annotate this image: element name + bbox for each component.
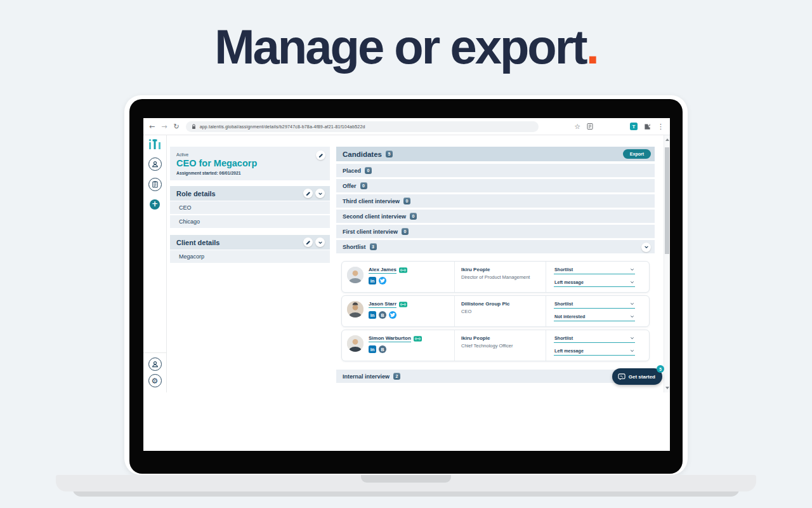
status-select[interactable]: Not interested: [554, 312, 635, 321]
edit-role-button[interactable]: [303, 189, 313, 198]
app-viewport: + ⚙ Active CEO for Megacorp Assi: [143, 135, 670, 392]
hero-title-text: Manage or export: [214, 20, 586, 74]
role-detail-row: CEO: [170, 201, 330, 214]
record-link-icon: [399, 302, 407, 307]
stage-row-shortlist[interactable]: Shortlist 3: [336, 240, 655, 253]
stage-label: First client interview: [343, 229, 398, 235]
record-link-icon: [399, 267, 407, 273]
stage-select-value: Shortlist: [554, 267, 573, 272]
stage-label: Offer: [343, 183, 357, 189]
stage-count-badge: 0: [402, 228, 409, 235]
stage-select[interactable]: Shortlist: [554, 334, 635, 343]
candidate-name-link[interactable]: Alex James: [369, 267, 396, 274]
candidate-avatar: [347, 267, 363, 283]
talentis-extension-icon[interactable]: T: [630, 123, 638, 130]
chevron-down-icon: [644, 244, 649, 250]
candidate-card: Alex James in Ikiru People Dire: [341, 261, 650, 293]
stage-row-second-interview[interactable]: Second client interview 0: [336, 210, 655, 223]
candidates-title: Candidates: [343, 150, 382, 158]
app-main: Active CEO for Megacorp Assignment start…: [167, 135, 664, 392]
laptop-bezel: ← → ↻ app.talentis.global/assignment/det…: [129, 99, 683, 474]
chevron-down-icon: [630, 267, 634, 272]
stage-count-badge: 0: [365, 167, 372, 174]
sidebar-settings-button[interactable]: ⚙: [148, 374, 162, 387]
reading-list-icon[interactable]: [587, 123, 593, 130]
hero-title: Manage or export.: [0, 19, 812, 74]
assignment-column: Active CEO for Megacorp Assignment start…: [170, 147, 330, 264]
assignment-title: CEO for Megacorp: [176, 158, 324, 168]
status-select-value: Not interested: [554, 314, 585, 319]
role-details-header: Role details: [170, 186, 330, 201]
stage-label: Internal interview: [343, 373, 390, 380]
stage-row-third-interview[interactable]: Third client interview 0: [336, 194, 655, 208]
forward-icon[interactable]: →: [161, 123, 167, 130]
client-details-title: Client details: [176, 239, 303, 246]
url-text: app.talentis.global/assignment/details/b…: [200, 124, 365, 129]
candidate-job-title: Director of Product Management: [461, 274, 539, 280]
collapse-client-button[interactable]: [315, 237, 325, 247]
extensions-puzzle-icon[interactable]: [644, 123, 651, 130]
scrollbar-thumb[interactable]: [665, 147, 669, 254]
stage-row-first-interview[interactable]: First client interview 0: [336, 225, 655, 238]
browser-menu-icon[interactable]: ⋮: [657, 123, 664, 131]
status-select[interactable]: Left message: [554, 347, 635, 356]
linkedin-icon[interactable]: in: [369, 311, 376, 319]
get-started-label: Get started: [629, 374, 655, 380]
status-select[interactable]: Left message: [554, 278, 635, 287]
bullhorn-icon[interactable]: B: [379, 311, 386, 319]
address-bar[interactable]: app.talentis.global/assignment/details/b…: [186, 121, 539, 132]
scroll-up-arrow[interactable]: [665, 138, 669, 141]
person-icon: [152, 361, 159, 368]
bookmark-star-icon[interactable]: ☆: [574, 123, 580, 130]
pencil-icon: [318, 153, 324, 158]
twitter-icon[interactable]: [379, 277, 386, 284]
candidate-socials: in B: [369, 311, 396, 319]
hero-title-dot: .: [586, 20, 598, 74]
laptop-frame: ← → ↻ app.talentis.global/assignment/det…: [124, 95, 688, 475]
scroll-down-arrow[interactable]: [665, 387, 669, 389]
edit-assignment-button[interactable]: [316, 150, 325, 160]
stage-row-internal-interview[interactable]: Internal interview 2: [336, 370, 655, 383]
sidebar-add-button[interactable]: +: [150, 199, 160, 210]
sidebar-profile-button[interactable]: [148, 358, 162, 371]
pencil-icon: [306, 240, 311, 245]
shortlist-cards: Alex James in Ikiru People Dire: [336, 255, 655, 361]
app-sidebar: + ⚙: [143, 135, 167, 392]
chevron-down-icon: [630, 314, 634, 319]
stage-select[interactable]: Shortlist: [554, 265, 635, 274]
talentis-logo: [148, 138, 162, 150]
laptop-notch: [361, 475, 451, 483]
twitter-icon[interactable]: [389, 311, 396, 319]
edit-client-button[interactable]: [303, 237, 313, 247]
candidate-socials: in B: [369, 345, 386, 353]
refresh-icon[interactable]: ↻: [173, 123, 179, 130]
candidates-column: Candidates 5 Export Placed 0 Offer 0 Thi…: [336, 147, 655, 385]
collapse-role-button[interactable]: [315, 189, 325, 198]
stage-row-offer[interactable]: Offer 0: [336, 179, 655, 192]
gear-icon: ⚙: [152, 377, 159, 385]
stage-row-placed[interactable]: Placed 0: [336, 164, 655, 177]
linkedin-icon[interactable]: in: [369, 277, 376, 284]
candidates-count-badge: 5: [386, 150, 393, 157]
candidate-name-link[interactable]: Jason Starr: [369, 301, 396, 308]
get-started-button[interactable]: Get started 5: [612, 368, 662, 385]
page-scrollbar[interactable]: [664, 135, 670, 392]
record-link-icon: [414, 336, 422, 342]
status-select-value: Left message: [554, 348, 584, 354]
collapse-shortlist-button[interactable]: [641, 243, 651, 252]
sidebar-people-button[interactable]: [148, 157, 162, 171]
candidate-name-link[interactable]: Simon Warburton: [369, 335, 411, 342]
chevron-down-icon: [630, 302, 634, 306]
candidate-company: Ikiru People: [461, 267, 539, 272]
laptop-screen: ← → ↻ app.talentis.global/assignment/det…: [143, 118, 670, 451]
assignment-summary-panel: Active CEO for Megacorp Assignment start…: [170, 147, 330, 180]
chevron-down-icon: [630, 280, 634, 284]
back-icon[interactable]: ←: [149, 123, 155, 130]
export-button[interactable]: Export: [623, 149, 651, 159]
browser-toolbar: ← → ↻ app.talentis.global/assignment/det…: [143, 118, 670, 135]
bullhorn-icon[interactable]: B: [379, 345, 386, 353]
stage-select[interactable]: Shortlist: [554, 300, 635, 309]
candidate-card: Simon Warburton in B Ikiru People: [341, 330, 650, 361]
sidebar-assignments-button[interactable]: [148, 178, 162, 191]
linkedin-icon[interactable]: in: [369, 345, 376, 353]
